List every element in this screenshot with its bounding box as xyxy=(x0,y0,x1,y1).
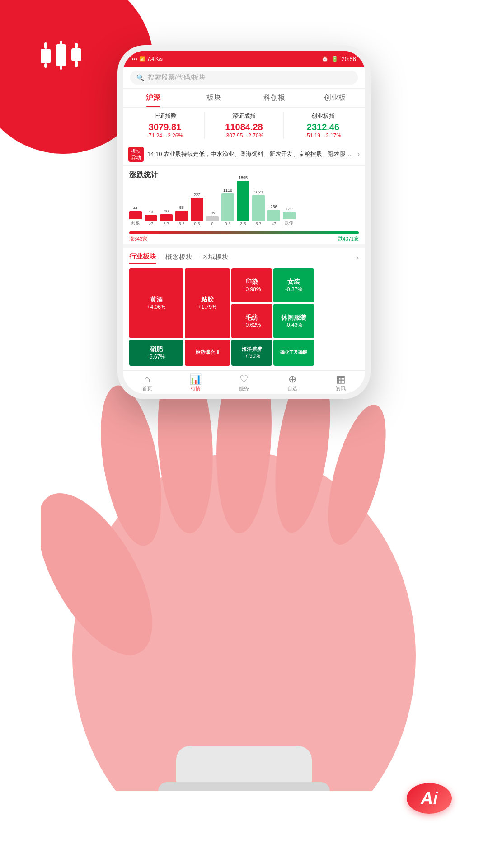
up-count-label: 涨343家 xyxy=(129,236,147,242)
bar-0-3-red: 222 0-3 xyxy=(191,193,203,226)
down-count-label: 跌4371家 xyxy=(338,236,359,242)
nav-news-label: 资讯 xyxy=(336,385,346,392)
index-divider-2 xyxy=(283,112,284,139)
nav-watchlist-label: 自选 xyxy=(287,385,297,392)
bar-0-3-green: 1118 0-3 xyxy=(221,188,234,226)
phone-mockup: ▪▪▪ 📶 7.4 K/s ⏰ 🔋 20:56 🔍 搜索股票/代码/板块 沪深 … xyxy=(117,45,371,399)
alarm-icon: ⏰ xyxy=(321,56,328,62)
nav-watchlist[interactable]: ⊕ 自选 xyxy=(268,374,317,392)
bottom-nav: ⌂ 首页 📊 行情 ♡ 服务 ⊕ 自选 ▦ 资讯 xyxy=(123,370,365,394)
search-bar[interactable]: 🔍 搜索股票/代码/板块 xyxy=(123,67,365,89)
index-chuangye[interactable]: 创业板指 2312.46 -51.19-2.17% xyxy=(287,112,359,139)
index-name-cy: 创业板指 xyxy=(287,112,359,120)
bar-5-7: 20 5-7 xyxy=(160,209,173,226)
index-value-cy: 2312.46 xyxy=(287,122,359,132)
heatmap-grid: 黄酒 +4.06% 粘胶 +1.79% 印染 +0.98% 女装 -0.37% xyxy=(129,268,359,366)
heatmap-niaojiao[interactable]: 粘胶 +1.79% xyxy=(185,268,230,338)
heatmap-linhuagong[interactable]: 磷化工及磷版 xyxy=(273,340,314,366)
status-left: ▪▪▪ 📶 7.4 K/s xyxy=(132,56,163,62)
news-text: 14:10 农业股持续走低，中水渔业、粤海饲料、新农开发、京粮控股、冠农股份等 xyxy=(147,150,354,158)
index-change-sh: -71.24-2.26% xyxy=(129,132,201,139)
chart-area: 41 封板 13 >7 20 5-7 56 3-5 xyxy=(123,183,365,231)
candle-1 xyxy=(41,42,51,68)
nav-home-label: 首页 xyxy=(142,385,152,392)
heatmap: 黄酒 +4.06% 粘胶 +1.79% 印染 +0.98% 女装 -0.37% xyxy=(123,268,365,370)
index-change-sz: -307.95-2.70% xyxy=(208,132,280,139)
bar-zero: 16 0 xyxy=(206,211,219,226)
search-input-container[interactable]: 🔍 搜索股票/代码/板块 xyxy=(130,71,358,85)
index-value-sz: 11084.28 xyxy=(208,122,280,132)
heatmap-lvyou[interactable]: 旅游综合III xyxy=(185,340,230,366)
sector-tabs: 行业板块 概念板块 区域板块 › xyxy=(123,244,365,268)
sector-more-icon[interactable]: › xyxy=(356,253,359,263)
home-icon: ⌂ xyxy=(144,374,150,384)
index-shanghai[interactable]: 上证指数 3079.81 -71.24-2.26% xyxy=(129,112,201,139)
bar-gt7: 13 >7 xyxy=(145,210,157,226)
candle-3 xyxy=(71,43,81,67)
tab-kechuang[interactable]: 科创板 xyxy=(244,89,305,107)
status-bar: ▪▪▪ 📶 7.4 K/s ⏰ 🔋 20:56 xyxy=(123,51,365,67)
time-display: 20:56 xyxy=(341,56,356,62)
tab-sector[interactable]: 板块 xyxy=(183,89,244,107)
index-shenzhen[interactable]: 深证成指 11084.28 -307.95-2.70% xyxy=(208,112,280,139)
rise-fall-progress xyxy=(129,231,359,234)
heatmap-haiyang[interactable]: 海洋捕捞 -7.90% xyxy=(231,340,272,366)
bar-lt7-green: 266 <7 xyxy=(267,204,280,226)
ai-text: Ai xyxy=(421,789,438,808)
wifi-icon: 📶 xyxy=(139,56,145,62)
heatmap-yinran[interactable]: 印染 +0.98% xyxy=(231,268,272,302)
news-arrow-icon: › xyxy=(357,150,360,158)
tab-industry[interactable]: 行业板块 xyxy=(129,252,156,264)
news-ticker[interactable]: 板块 异动 14:10 农业股持续走低，中水渔业、粤海饲料、新农开发、京粮控股、… xyxy=(123,143,365,166)
bar-3-5: 56 3-5 xyxy=(175,205,188,226)
heatmap-maofang[interactable]: 毛纺 +0.62% xyxy=(231,304,272,338)
index-divider-1 xyxy=(204,112,205,139)
tab-hushhen[interactable]: 沪深 xyxy=(123,89,183,107)
news-badge: 板块 异动 xyxy=(128,147,144,162)
market-icon: 📊 xyxy=(189,374,202,384)
index-section: 上证指数 3079.81 -71.24-2.26% 深证成指 11084.28 … xyxy=(123,108,365,143)
news-icon: ▦ xyxy=(336,374,346,384)
bar-diejing: 120 跌停 xyxy=(283,207,296,226)
progress-bar-section: 涨343家 跌4371家 xyxy=(123,231,365,244)
status-right: ⏰ 🔋 20:56 xyxy=(321,56,356,62)
tab-chuangye[interactable]: 创业板 xyxy=(305,89,365,107)
index-change-cy: -51.19-2.17% xyxy=(287,132,359,139)
index-name-sh: 上证指数 xyxy=(129,112,201,120)
progress-labels: 涨343家 跌4371家 xyxy=(129,236,359,242)
signal-icon: ▪▪▪ xyxy=(132,56,137,61)
watchlist-icon: ⊕ xyxy=(288,374,296,384)
nav-service[interactable]: ♡ 服务 xyxy=(220,374,268,392)
app-logo-icon xyxy=(41,41,81,70)
search-icon: 🔍 xyxy=(136,74,144,81)
bar-chart: 41 封板 13 >7 20 5-7 56 3-5 xyxy=(129,183,359,228)
heatmap-nvzhuang[interactable]: 女装 -0.37% xyxy=(273,268,314,302)
tab-concept[interactable]: 概念板块 xyxy=(165,253,192,263)
nav-service-label: 服务 xyxy=(239,385,249,392)
speed-text: 7.4 K/s xyxy=(147,56,163,61)
svg-rect-8 xyxy=(158,782,330,791)
heatmap-xiaofei[interactable]: 硝肥 -9.67% xyxy=(129,340,183,366)
heatmap-huangjiu[interactable]: 黄酒 +4.06% xyxy=(129,268,183,338)
battery-icon: 🔋 xyxy=(331,56,338,62)
ai-badge[interactable]: Ai xyxy=(407,783,452,814)
tab-region[interactable]: 区域板块 xyxy=(202,253,229,263)
nav-news[interactable]: ▦ 资讯 xyxy=(317,374,365,392)
index-value-sh: 3079.81 xyxy=(129,122,201,132)
search-placeholder: 搜索股票/代码/板块 xyxy=(148,73,206,82)
nav-market-label: 行情 xyxy=(191,385,201,392)
bar-5-7-green: 1023 5-7 xyxy=(252,190,265,226)
bar-3-5-green: 1895 3-5 xyxy=(237,175,249,226)
candle-2 xyxy=(56,41,66,70)
nav-market[interactable]: 📊 行情 xyxy=(171,374,220,392)
bar-fengban: 41 封板 xyxy=(129,206,142,226)
index-name-sz: 深证成指 xyxy=(208,112,280,120)
market-nav-tabs: 沪深 板块 科创板 创业板 xyxy=(123,89,365,108)
nav-home[interactable]: ⌂ 首页 xyxy=(123,374,171,392)
phone-screen: ▪▪▪ 📶 7.4 K/s ⏰ 🔋 20:56 🔍 搜索股票/代码/板块 沪深 … xyxy=(123,51,365,394)
service-icon: ♡ xyxy=(239,374,249,384)
heatmap-xiuxian[interactable]: 休闲服装 -0.43% xyxy=(273,304,314,338)
